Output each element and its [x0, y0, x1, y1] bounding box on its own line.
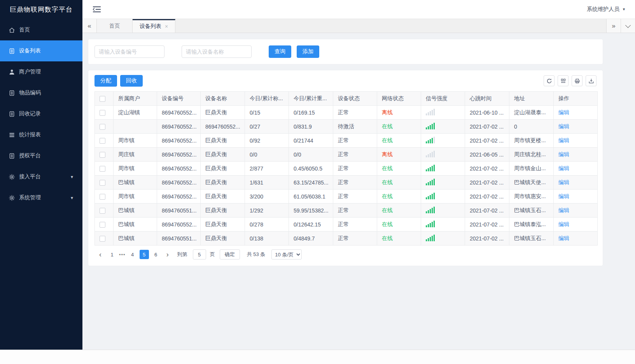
row-checkbox[interactable] [100, 194, 105, 200]
sidebar-item-auth-platform[interactable]: 授权平台 [0, 145, 82, 166]
query-button[interactable]: 查询 [269, 45, 291, 58]
sidebar-item-merchant-mgmt[interactable]: 商户管理 [0, 61, 82, 82]
tabs-scroll-right-button[interactable]: » [606, 19, 621, 33]
row-checkbox[interactable] [100, 208, 105, 214]
row-checkbox[interactable] [100, 236, 105, 242]
export-button[interactable] [586, 75, 597, 86]
add-button[interactable]: 添加 [297, 45, 319, 58]
cell-device-status: 正常 [333, 218, 377, 232]
row-checkbox[interactable] [100, 180, 105, 186]
edit-link[interactable]: 编辑 [558, 193, 569, 199]
cell-select [95, 232, 114, 246]
tabs-scroll-left-button[interactable]: « [82, 19, 97, 33]
cell-address: 周庄镇北桂... [509, 148, 554, 162]
export-icon [588, 78, 594, 84]
device-name-input[interactable] [182, 45, 252, 58]
cell-today-weight: 0/4849.7 [289, 232, 333, 246]
cell-network-status: 在线 [377, 232, 421, 246]
edit-link[interactable]: 编辑 [558, 123, 569, 129]
cell-device-status: 待激活 [333, 120, 377, 134]
page-ellipsis[interactable]: ••• [119, 252, 126, 258]
sidebar-item-label: 物品编码 [19, 89, 41, 96]
column-header: 设备状态 [333, 92, 377, 106]
cell-device-name: 巨鼎天衡 [201, 218, 245, 232]
signal-strength-icon [426, 122, 435, 129]
tab-home[interactable]: 首页 [97, 19, 133, 33]
sidebar-item-item-code[interactable]: 物品编码 [0, 82, 82, 103]
sidebar-item-home[interactable]: 首页 [0, 19, 82, 40]
edit-link[interactable]: 编辑 [558, 151, 569, 157]
recycle-button[interactable]: 回收 [120, 75, 143, 87]
sidebar-item-system-mgmt[interactable]: 系统管理▼ [0, 187, 82, 208]
cell-address: 周市镇更楼... [509, 134, 554, 148]
page-button-4[interactable]: 4 [128, 250, 137, 259]
edit-link[interactable]: 编辑 [558, 109, 569, 115]
cell-device-no: 8694760552... [157, 134, 201, 148]
cell-merchant: 周庄镇 [114, 148, 157, 162]
cell-heartbeat: 2021-07-02 ... [465, 134, 509, 148]
page-button-6[interactable]: 6 [151, 250, 161, 259]
sidebar-item-recycle-record[interactable]: 回收记录 [0, 103, 82, 124]
cell-device-status: 正常 [333, 106, 377, 120]
doc-icon [9, 153, 15, 159]
network-status-badge: 在线 [382, 179, 393, 185]
row-checkbox[interactable] [100, 222, 105, 228]
cell-network-status: 在线 [377, 190, 421, 204]
cell-select [95, 134, 114, 148]
cell-address: 淀山湖晟泰... [509, 106, 554, 120]
page-button-1[interactable]: 1 [107, 250, 117, 259]
print-button[interactable] [572, 75, 583, 86]
page-unit-label: 页 [210, 251, 215, 258]
cell-device-no: 8694760552... [157, 120, 201, 134]
goto-page-input[interactable] [193, 249, 206, 260]
device-no-input[interactable] [94, 45, 164, 58]
tab-device-list[interactable]: 设备列表× [133, 19, 175, 33]
row-checkbox[interactable] [100, 138, 105, 144]
page-size-select[interactable]: 10 条/页 [271, 249, 302, 260]
network-status-badge: 在线 [382, 165, 393, 171]
close-icon[interactable]: × [165, 23, 168, 30]
edit-link[interactable]: 编辑 [558, 165, 569, 171]
sidebar-item-device-list[interactable]: 设备列表 [0, 40, 82, 61]
cell-actions: 编辑 [554, 120, 598, 134]
goto-confirm-button[interactable]: 确定 [220, 249, 240, 260]
cell-today-weight: 0/831.9 [289, 120, 333, 134]
columns-button[interactable] [558, 75, 569, 86]
sidebar-item-stats-report[interactable]: 统计报表 [0, 124, 82, 145]
sidebar-item-access-platform[interactable]: 接入平台▼ [0, 166, 82, 187]
top-bar: 系统维护人员 ▼ [82, 0, 635, 19]
prev-page-button[interactable]: ‹ [96, 251, 105, 258]
refresh-button[interactable] [544, 75, 555, 86]
page-button-5[interactable]: 5 [140, 250, 149, 259]
row-checkbox[interactable] [100, 152, 105, 158]
select-all-checkbox[interactable] [100, 96, 105, 102]
sidebar-item-label: 回收记录 [19, 110, 41, 117]
network-status-badge: 在线 [382, 235, 393, 241]
edit-link[interactable]: 编辑 [558, 221, 569, 227]
cell-merchant: 淀山湖镇 [114, 106, 157, 120]
edit-link[interactable]: 编辑 [558, 137, 569, 143]
sidebar-item-label: 设备列表 [19, 47, 41, 54]
tabs-menu-button[interactable] [621, 19, 635, 33]
cell-today-count: 1/631 [245, 176, 289, 190]
tab-bar: « 首页设备列表× » [82, 19, 635, 33]
edit-link[interactable]: 编辑 [558, 207, 569, 213]
cell-select [95, 176, 114, 190]
row-checkbox[interactable] [100, 166, 105, 172]
assign-button[interactable]: 分配 [94, 75, 117, 87]
cell-today-weight: 61.05/6038.1 [289, 190, 333, 204]
app-title: 巨鼎物联网数字平台 [0, 0, 82, 19]
cell-today-count: 1/292 [245, 204, 289, 218]
content-area: 查询 添加 分配 回收 所属商户设备编号设备名称今日/累计称...今日/累计重.… [82, 33, 635, 350]
cell-merchant: 周市镇 [114, 190, 157, 204]
cell-signal [421, 190, 465, 204]
cell-address: 巴城镇天使... [509, 176, 554, 190]
row-checkbox[interactable] [100, 110, 105, 116]
user-menu[interactable]: 系统维护人员 ▼ [587, 6, 626, 13]
cell-actions: 编辑 [554, 232, 598, 246]
row-checkbox[interactable] [100, 124, 105, 130]
next-page-button[interactable]: › [163, 251, 172, 258]
sidebar-collapse-icon[interactable] [93, 6, 101, 13]
edit-link[interactable]: 编辑 [558, 235, 569, 241]
edit-link[interactable]: 编辑 [558, 179, 569, 185]
